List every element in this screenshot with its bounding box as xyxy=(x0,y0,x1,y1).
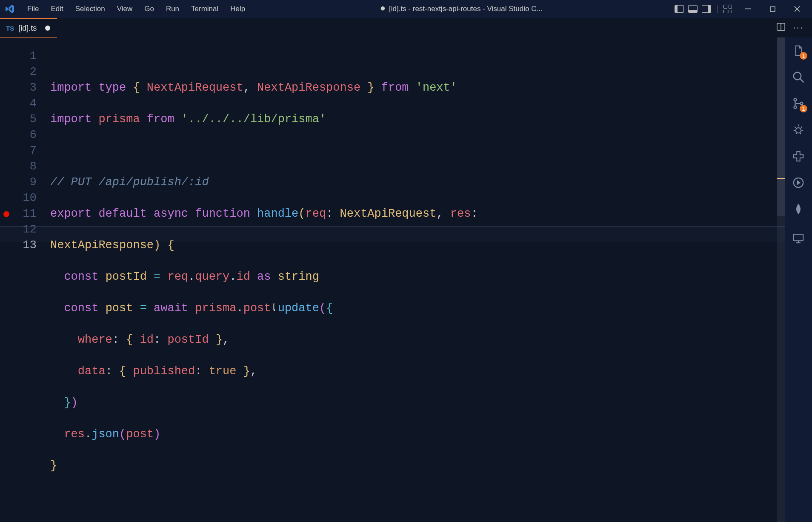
toggle-secondary-sidebar-icon[interactable] xyxy=(702,5,711,13)
maximize-button[interactable] xyxy=(760,0,785,18)
run-debug-icon[interactable] xyxy=(791,123,806,137)
menu-go[interactable]: Go xyxy=(138,3,160,15)
scrollbar-thumb[interactable] xyxy=(777,37,785,216)
split-editor-icon[interactable] xyxy=(776,22,786,33)
menu-help[interactable]: Help xyxy=(224,3,251,15)
svg-point-7 xyxy=(794,106,796,109)
line-number: 6 xyxy=(0,127,37,143)
text-cursor-icon: I xyxy=(272,299,275,315)
search-icon[interactable] xyxy=(791,70,806,84)
svg-line-5 xyxy=(800,79,804,83)
minimize-button[interactable] xyxy=(735,0,760,18)
line-number: 8 xyxy=(0,159,37,175)
close-button[interactable] xyxy=(785,0,809,18)
tab-filename: [id].ts xyxy=(18,24,37,33)
line-number: 3 xyxy=(0,80,37,96)
ts-file-icon: TS xyxy=(6,25,14,32)
editor-actions: ··· xyxy=(776,18,812,37)
menu-run[interactable]: Run xyxy=(160,3,185,15)
editor-tab[interactable]: TS [id].ts xyxy=(0,18,57,37)
menu-view[interactable]: View xyxy=(111,3,139,15)
line-number: 5 xyxy=(0,112,37,127)
code-content[interactable]: import type { NextApiRequest, NextApiRes… xyxy=(43,37,785,522)
line-number: 7 xyxy=(0,143,37,159)
code-line: import type { NextApiRequest, NextApiRes… xyxy=(50,80,785,96)
line-number: 4 xyxy=(0,96,37,112)
code-line xyxy=(50,490,785,505)
svg-rect-0 xyxy=(745,9,751,9)
separator xyxy=(717,5,718,13)
breakpoint-icon[interactable] xyxy=(3,211,9,217)
workspace: 1 2 3 4 5 6 7 8 9 10 11 12 13 import typ… xyxy=(0,37,812,522)
vscode-logo-icon xyxy=(3,4,17,14)
svg-rect-1 xyxy=(770,7,775,11)
code-line: const post = await prisma.post.update({ xyxy=(50,301,785,316)
customize-layout-icon[interactable] xyxy=(723,5,732,13)
mongodb-icon[interactable] xyxy=(791,202,806,216)
code-line: res.json(post) xyxy=(50,427,785,442)
layout-controls xyxy=(675,5,732,13)
prisma-icon[interactable] xyxy=(791,175,806,190)
line-number: 1 xyxy=(0,49,37,64)
menu-terminal[interactable]: Terminal xyxy=(185,3,224,15)
code-line xyxy=(50,143,785,159)
line-number: 12 xyxy=(0,222,37,238)
toggle-panel-icon[interactable] xyxy=(688,5,698,13)
overview-ruler[interactable] xyxy=(777,37,785,522)
tab-bar: TS [id].ts ··· xyxy=(0,18,812,37)
line-number-gutter[interactable]: 1 2 3 4 5 6 7 8 9 10 11 12 13 xyxy=(0,37,43,522)
menu-selection[interactable]: Selection xyxy=(69,3,111,15)
toggle-primary-sidebar-icon[interactable] xyxy=(675,5,684,13)
code-line: export default async function handle(req… xyxy=(50,206,785,222)
svg-point-9 xyxy=(796,128,801,133)
line-number: 13 xyxy=(0,238,37,253)
explorer-badge: 1 xyxy=(800,52,807,60)
svg-rect-11 xyxy=(794,234,803,241)
code-line: where: { id: postId }, xyxy=(50,332,785,348)
remote-icon[interactable] xyxy=(791,231,806,245)
svg-point-4 xyxy=(794,72,801,80)
window-title-text: [id].ts - rest-nextjs-api-routes - Visua… xyxy=(389,5,543,13)
code-editor[interactable]: 1 2 3 4 5 6 7 8 9 10 11 12 13 import typ… xyxy=(0,37,785,522)
scm-badge: 1 xyxy=(800,105,807,112)
code-line: }) xyxy=(50,395,785,411)
source-control-icon[interactable]: 1 xyxy=(791,96,806,111)
window-title: ● [id].ts - rest-nextjs-api-routes - Vis… xyxy=(251,5,671,13)
window-controls xyxy=(735,0,809,18)
svg-point-6 xyxy=(794,98,796,101)
more-actions-icon[interactable]: ··· xyxy=(793,22,803,33)
code-line: } xyxy=(50,458,785,474)
code-line: data: { published: true }, xyxy=(50,364,785,379)
code-line: // PUT /api/publish/:id xyxy=(50,175,785,190)
tab-dirty-icon xyxy=(45,26,50,31)
title-bar: File Edit Selection View Go Run Terminal… xyxy=(0,0,812,18)
menu-edit[interactable]: Edit xyxy=(45,3,69,15)
line-number: 10 xyxy=(0,190,37,206)
menu-file[interactable]: File xyxy=(21,3,45,15)
menu-bar: File Edit Selection View Go Run Terminal… xyxy=(21,3,251,15)
code-line: const postId = req.query.id as string xyxy=(50,269,785,285)
activity-bar: 1 1 xyxy=(785,37,812,522)
line-number: 2 xyxy=(0,64,37,80)
explorer-icon[interactable]: 1 xyxy=(791,43,806,58)
extensions-icon[interactable] xyxy=(791,149,806,163)
line-number: 9 xyxy=(0,175,37,190)
code-line: NextApiResponse) { xyxy=(50,238,785,253)
code-line: import prisma from '../../../lib/prisma' xyxy=(50,112,785,127)
